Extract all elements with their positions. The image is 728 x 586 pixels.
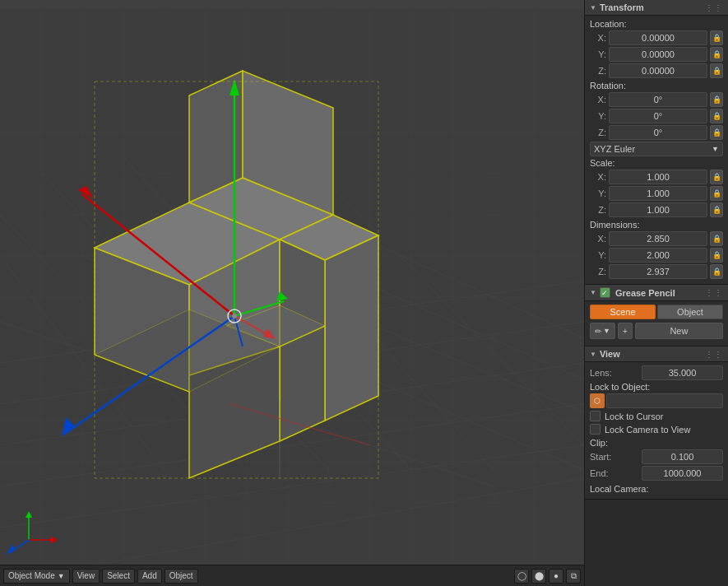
scale-x-row: X: 1.000 🔒 [590,170,723,184]
location-y-field[interactable]: 0.00000 [609,47,707,62]
scale-z-lock[interactable]: 🔒 [710,202,723,217]
lock-object-input[interactable] [606,393,723,408]
lock-cursor-label: Lock to Cursor [605,412,664,421]
rotation-z-lock[interactable]: 🔒 [710,125,723,140]
local-camera-section: Local Camera: [590,484,723,494]
rotation-label: Rotation: [590,81,626,91]
dimensions-y-lock[interactable]: 🔒 [710,248,723,263]
location-y-row: Y: 0.00000 🔒 [590,47,723,62]
rotation-y-field[interactable]: 0° [609,109,707,123]
object-menu[interactable]: Object [165,569,198,584]
gp-options-icon: ⋮⋮ [705,288,723,297]
dimensions-x-field[interactable]: 2.850 [609,231,707,246]
gp-new-button[interactable]: New [635,323,723,339]
location-x-lock[interactable]: 🔒 [710,30,723,45]
clip-end-row: End: 1000.000 [590,466,723,481]
scale-z-field[interactable]: 1.000 [609,202,707,217]
view-menu[interactable]: View [72,569,100,584]
scale-z-row: Z: 1.000 🔒 [590,202,723,217]
lock-object-label: Lock to Object: [590,382,723,392]
lock-cursor-checkbox[interactable] [590,411,600,421]
select-menu[interactable]: Select [102,569,135,584]
euler-dropdown-row: XYZ Euler ▼ [590,142,723,156]
gp-title: Grease Pencil [615,288,702,298]
view-title: View [600,349,702,359]
gp-tab-object[interactable]: Object [657,305,723,319]
lens-field[interactable]: 35.000 [642,365,723,380]
view-header[interactable]: ▼ View ⋮⋮ [585,346,728,362]
scale-y-field[interactable]: 1.000 [609,186,707,201]
view-content: Lens: 35.000 Lock to Object: ⬡ Lock to C [585,362,728,499]
viewport-shade[interactable]: ● [549,569,563,584]
clip-end-field[interactable]: 1000.000 [642,466,723,481]
gp-enable-checkbox[interactable]: ✓ [600,287,610,298]
euler-dropdown[interactable]: XYZ Euler ▼ [590,142,723,156]
gp-add-btn[interactable]: + [618,323,633,339]
view-collapse-icon: ▼ [590,351,596,358]
render-mode[interactable]: ⬤ [531,569,546,584]
location-z-label: Z: [590,66,606,76]
scale-label-row: Scale: [590,158,723,168]
transform-content: Location: X: 0.00000 🔒 Y: 0.00000 🔒 Z: 0… [585,16,728,284]
gp-pencil-btn[interactable]: ✏ ▼ [590,323,615,339]
dimensions-y-field[interactable]: 2.000 [609,248,707,263]
clip-start-label: Start: [590,452,639,462]
add-menu[interactable]: Add [137,569,162,584]
rotation-y-label: Y: [590,111,606,121]
rotation-x-field[interactable]: 0° [609,92,707,107]
dimensions-z-lock[interactable]: 🔒 [710,264,723,279]
dimensions-z-field[interactable]: 2.937 [609,264,707,279]
location-y-lock[interactable]: 🔒 [710,47,723,62]
rotation-z-row: Z: 0° 🔒 [590,125,723,140]
scale-y-lock[interactable]: 🔒 [710,186,723,201]
rotation-z-field[interactable]: 0° [609,125,707,140]
location-label-row: Location: [590,19,723,29]
lens-row: Lens: 35.000 [590,365,723,380]
transform-title: Transform [600,2,702,12]
location-z-lock[interactable]: 🔒 [710,63,723,78]
gp-tab-scene[interactable]: Scene [590,305,656,319]
clip-section: Clip: Start: 0.100 End: 1000.000 [590,438,723,481]
dimensions-x-lock[interactable]: 🔒 [710,231,723,246]
dimensions-label-row: Dimensions: [590,220,723,230]
rotation-label-row: Rotation: [590,81,723,91]
overlay-toggle[interactable]: ⧉ [566,569,581,584]
lock-cursor-row: Lock to Cursor [590,411,723,421]
lock-camera-row: Lock Camera to View [590,424,723,435]
lock-camera-label: Lock Camera to View [605,425,690,435]
clip-start-field[interactable]: 0.100 [642,449,723,464]
local-camera-label: Local Camera: [590,484,723,494]
rotation-y-lock[interactable]: 🔒 [710,109,723,123]
transform-options-icon: ⋮⋮ [705,3,723,12]
transform-header[interactable]: ▼ Transform ⋮⋮ [585,0,728,16]
scale-z-label: Z: [590,205,606,215]
rotation-x-lock[interactable]: 🔒 [710,92,723,107]
dimensions-x-label: X: [590,234,606,244]
viewport[interactable]: Object Mode ▼ View Select Add Object ◯ ⬤… [0,0,584,586]
location-y-label: Y: [590,49,606,59]
location-x-label: X: [590,33,606,43]
lock-object-field: ⬡ [590,393,723,408]
lens-label: Lens: [590,368,639,378]
wireframe-toggle[interactable]: ◯ [514,569,529,584]
scale-x-field[interactable]: 1.000 [609,170,707,184]
dimensions-z-row: Z: 2.937 🔒 [590,264,723,279]
scale-x-lock[interactable]: 🔒 [710,170,723,184]
view-options-icon: ⋮⋮ [705,350,723,359]
location-x-field[interactable]: 0.00000 [609,30,707,45]
transform-collapse-icon: ▼ [590,4,596,12]
scale-x-label: X: [590,172,606,182]
viewport-toolbar: Object Mode ▼ View Select Add Object ◯ ⬤… [0,565,584,586]
rotation-y-row: Y: 0° 🔒 [590,109,723,123]
grease-pencil-section: ▼ ✓ Grease Pencil ⋮⋮ Scene Object ✏ ▼ [585,285,728,346]
transform-section: ▼ Transform ⋮⋮ Location: X: 0.00000 🔒 Y:… [585,0,728,285]
location-z-field[interactable]: 0.00000 [609,63,707,78]
lock-camera-checkbox[interactable] [590,424,600,435]
gp-new-row: ✏ ▼ + New [590,323,723,339]
location-label: Location: [590,19,627,29]
clip-label: Clip: [590,438,723,448]
mode-select[interactable]: Object Mode ▼ [3,569,70,584]
rotation-z-label: Z: [590,128,606,137]
grease-pencil-header[interactable]: ▼ ✓ Grease Pencil ⋮⋮ [585,285,728,301]
scale-y-label: Y: [590,188,606,198]
